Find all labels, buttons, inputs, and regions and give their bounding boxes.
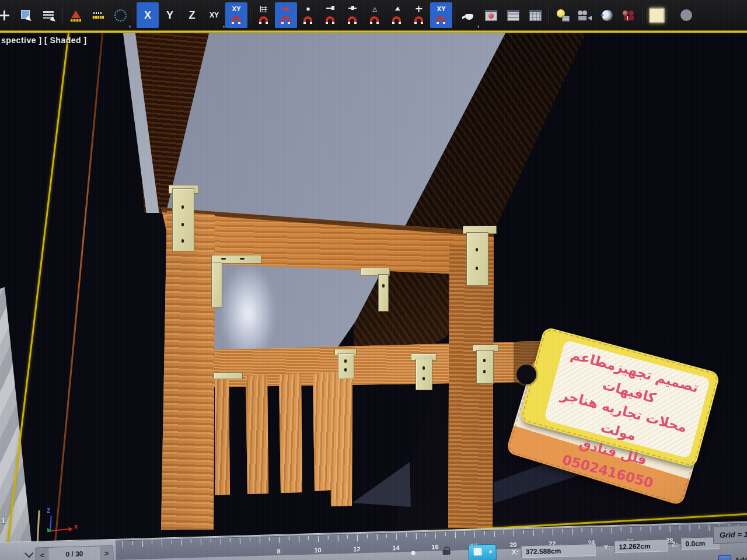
- ruler-tick: [132, 541, 133, 545]
- viewport-label[interactable]: spective ] [ Shaded ]: [1, 36, 87, 45]
- ruler-tick: [376, 534, 377, 540]
- ruler-tick: [621, 527, 622, 531]
- bracket-beam-left-drop: [211, 262, 222, 307]
- ruler-tick: [220, 538, 221, 545]
- measure-ruler-icon[interactable]: [87, 2, 109, 28]
- move-tool-icon[interactable]: [0, 2, 15, 28]
- ruler-tick: [601, 527, 602, 531]
- ruler-tick: [523, 530, 523, 534]
- toolbar-separator: [452, 2, 458, 28]
- ruler-tick: [504, 530, 504, 534]
- viewport-left-border: [6, 33, 69, 549]
- ruler-tick: [347, 535, 348, 539]
- left-number-1: 1: [1, 517, 5, 525]
- place-tool-icon[interactable]: [65, 2, 87, 28]
- axis-gizmo-x-label: x: [74, 523, 78, 530]
- pivot-snap-icon[interactable]: [408, 2, 430, 28]
- soft-selection-icon[interactable]: ,: [109, 2, 131, 28]
- ruler-tick: [494, 531, 494, 537]
- rendered-frame-window-button[interactable]: [645, 2, 668, 28]
- next-frame-button[interactable]: >: [100, 546, 113, 560]
- light-lister-icon[interactable]: [551, 2, 574, 28]
- face-snap-icon[interactable]: △: [364, 2, 386, 28]
- angle-snap-xy-icon[interactable]: XY: [430, 2, 452, 28]
- z-coordinate-label: Z:: [671, 540, 678, 548]
- previous-frame-button[interactable]: <: [36, 548, 49, 560]
- ruler-tick: [240, 538, 240, 544]
- render-frame-setup-icon[interactable]: [524, 2, 546, 28]
- endpoint-snap-icon[interactable]: [319, 2, 341, 28]
- ruler-tick: [611, 527, 612, 534]
- midpoint-snap-icon[interactable]: [341, 2, 364, 28]
- bracket-mid-rail: [416, 359, 432, 390]
- chevron-down-icon[interactable]: [25, 549, 34, 558]
- viewport-canvas[interactable]: Z x spective ] [ Shaded ] 1 2: [0, 33, 747, 560]
- render-setup-icon[interactable]: [502, 2, 524, 28]
- video-post-icon[interactable]: [618, 2, 640, 28]
- ruler-label: 20: [509, 541, 517, 548]
- ruler-tick: [514, 530, 514, 537]
- ruler-tick: [435, 532, 436, 538]
- preview-camera-icon[interactable]: [574, 2, 596, 28]
- ruler-tick: [562, 528, 563, 533]
- toolbar-separator: [546, 2, 551, 28]
- add-time-tag-icon[interactable]: [718, 555, 732, 560]
- time-slider[interactable]: < 0 / 30 >: [35, 545, 114, 560]
- ruler-tick: [269, 537, 270, 541]
- x-coordinate-field[interactable]: 372.588cm: [521, 544, 596, 558]
- ruler-label: 12: [353, 545, 361, 552]
- ruler-tick: [396, 533, 397, 540]
- ruler-tick: [455, 532, 455, 538]
- ruler-tick: [152, 540, 152, 544]
- ruler-tick: [406, 533, 406, 537]
- axis-constraint-xy-button[interactable]: XY,: [203, 2, 225, 28]
- ruler-tick: [288, 536, 289, 540]
- ruler-tick: [699, 525, 700, 529]
- environment-icon[interactable]: [596, 2, 618, 28]
- ruler-tick: [543, 529, 543, 533]
- ruler-tick: [650, 526, 651, 533]
- current-frame-display[interactable]: 0 / 30: [48, 547, 100, 560]
- ruler-tick: [708, 524, 709, 531]
- render-teapot-icon[interactable]: ,: [458, 2, 480, 28]
- select-object-icon[interactable]: [15, 2, 37, 28]
- add-time-tag-label[interactable]: Add Time T: [735, 555, 747, 560]
- partial-round-icon[interactable]: [668, 2, 690, 28]
- ruler-tick: [465, 531, 465, 536]
- material-editor-icon[interactable]: [480, 2, 502, 28]
- ruler-tick: [474, 531, 475, 538]
- ruler-tick: [298, 536, 299, 542]
- ruler-tick: [123, 541, 123, 547]
- toolbar-separator: [640, 2, 645, 28]
- snaps-toggle-icon[interactable]: [275, 2, 297, 28]
- ruler-tick: [679, 526, 680, 530]
- ruler-tick: [327, 536, 328, 540]
- ruler-tick: [416, 533, 416, 539]
- ruler-tick: [308, 536, 309, 540]
- x-coordinate-label: X:: [511, 548, 518, 556]
- snap-xy-toggle-icon[interactable]: XY: [225, 2, 247, 28]
- ruler-tick: [162, 540, 162, 547]
- bracket-left-post: [172, 188, 194, 251]
- ruler-tick: [181, 540, 181, 546]
- ruler-tick: [533, 530, 533, 536]
- grid-snap-icon[interactable]: [253, 2, 275, 28]
- bracket-right-post: [466, 232, 488, 286]
- cone-snap-icon[interactable]: ◀: [386, 2, 408, 28]
- ruler-tick: [357, 534, 358, 541]
- ruler-tick: [279, 537, 280, 543]
- y-coordinate-field[interactable]: 12.262cm: [614, 539, 668, 553]
- ruler-tick: [689, 525, 690, 531]
- axis-constraint-z-button[interactable]: Z: [181, 2, 203, 28]
- bracket-slat-lip: [214, 372, 243, 379]
- viewport-top-border: [0, 30, 747, 33]
- selection-lock-icon[interactable]: [442, 547, 450, 555]
- ruler-tick: [201, 539, 201, 545]
- absolute-mode-toggle[interactable]: [468, 544, 497, 560]
- ruler-tick: [230, 538, 231, 542]
- vertex-snap-icon[interactable]: [297, 2, 319, 28]
- select-by-name-icon[interactable]: [37, 2, 60, 28]
- axis-constraint-y-button[interactable]: Y: [159, 2, 181, 28]
- ruler-tick: [191, 539, 191, 543]
- axis-constraint-x-button[interactable]: X: [137, 2, 159, 28]
